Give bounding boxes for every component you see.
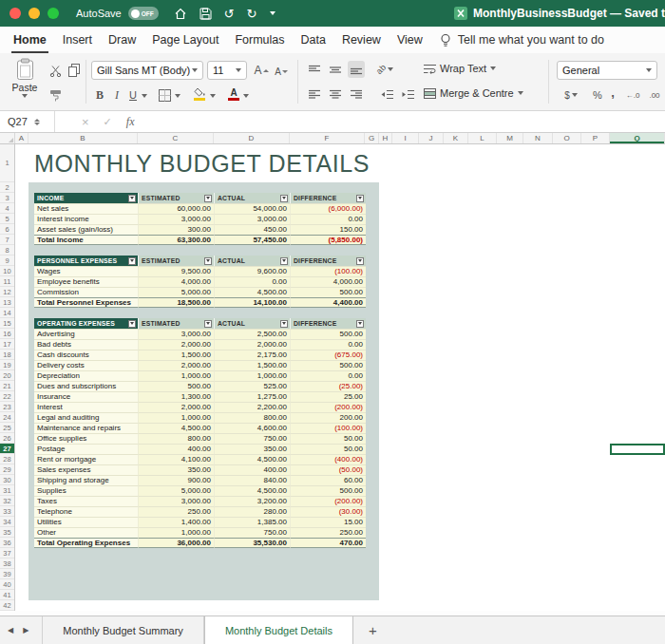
- cell-value[interactable]: 0.00: [214, 276, 290, 287]
- cell-value[interactable]: 1,400.00: [138, 517, 214, 527]
- align-top-button[interactable]: [306, 61, 323, 78]
- row-header-40[interactable]: 40: [0, 579, 14, 590]
- filter-dropdown-icon[interactable]: [280, 195, 288, 202]
- row-header-15[interactable]: 15: [0, 318, 14, 329]
- bold-button[interactable]: B: [93, 87, 106, 103]
- ribbon-tab-view[interactable]: View: [395, 27, 425, 53]
- cell-value[interactable]: 4,100.00: [138, 454, 214, 464]
- cell-value[interactable]: (200.00): [290, 402, 366, 412]
- cell-value[interactable]: 1,500.00: [138, 350, 214, 360]
- cell-label[interactable]: Maintenance and repairs: [34, 423, 138, 433]
- row-header-32[interactable]: 32: [0, 496, 14, 506]
- cell-value[interactable]: 0.00: [290, 339, 366, 350]
- cell-value[interactable]: 0.00: [290, 214, 366, 224]
- column-header-L[interactable]: L: [468, 133, 497, 143]
- cell-label[interactable]: Shipping and storage: [34, 475, 138, 485]
- cell-value[interactable]: 1,500.00: [214, 360, 290, 370]
- filter-dropdown-icon[interactable]: [128, 257, 136, 265]
- sheet-tab-monthly-budget-summary[interactable]: Monthly Budget Summary: [42, 616, 204, 644]
- cell-label[interactable]: Wages: [34, 266, 138, 276]
- column-header-G[interactable]: G: [365, 133, 379, 143]
- undo-icon[interactable]: ↺: [224, 8, 235, 20]
- cell-value[interactable]: 840.00: [214, 475, 290, 485]
- cell-value[interactable]: 2,175.00: [214, 350, 290, 360]
- row-header-16[interactable]: 16: [0, 329, 14, 339]
- ribbon-tab-home[interactable]: Home: [11, 27, 48, 53]
- cell-value[interactable]: 200.00: [290, 412, 366, 423]
- name-box-stepper[interactable]: [34, 119, 40, 125]
- row-header-2[interactable]: 2: [0, 182, 14, 193]
- row-header-22[interactable]: 22: [0, 391, 14, 402]
- filter-dropdown-icon[interactable]: [128, 320, 136, 328]
- cell-value[interactable]: 800.00: [138, 433, 214, 444]
- cell-value[interactable]: 500.00: [138, 381, 214, 391]
- cell-value[interactable]: 50.00: [290, 444, 366, 454]
- row-header-5[interactable]: 5: [0, 214, 14, 224]
- cell-value[interactable]: 250.00: [138, 506, 214, 517]
- cell-value[interactable]: 900.00: [138, 475, 214, 485]
- zoom-window-button[interactable]: [48, 8, 59, 19]
- column-header-A[interactable]: A: [15, 133, 28, 143]
- cell-value[interactable]: (5,850.00): [290, 235, 366, 245]
- increase-decimal-button[interactable]: .00: [646, 87, 663, 103]
- cell-value[interactable]: 1,000.00: [138, 370, 214, 381]
- borders-chevron-icon[interactable]: [175, 94, 180, 98]
- column-header-J[interactable]: J: [419, 133, 444, 143]
- cell-value[interactable]: 9,600.00: [214, 266, 290, 276]
- cell-value[interactable]: 1,300.00: [138, 391, 214, 402]
- decrease-indent-button[interactable]: [378, 85, 395, 103]
- cell-value[interactable]: 1,275.00: [214, 391, 290, 402]
- cell-value[interactable]: 400.00: [214, 464, 290, 475]
- cell-label[interactable]: Cash discounts: [34, 350, 138, 360]
- column-header-O[interactable]: O: [553, 133, 581, 143]
- tell-me[interactable]: Tell me what you want to do: [440, 33, 604, 47]
- row-header-1[interactable]: 1: [0, 144, 14, 182]
- row-header-24[interactable]: 24: [0, 412, 14, 423]
- cell-value[interactable]: (100.00): [290, 266, 366, 276]
- cell-value[interactable]: 400.00: [138, 444, 214, 454]
- wrap-text-button[interactable]: Wrap Text: [424, 63, 496, 74]
- ribbon-tab-draw[interactable]: Draw: [106, 27, 138, 53]
- filter-dropdown-icon[interactable]: [280, 257, 288, 265]
- decrease-font-button[interactable]: A: [273, 63, 290, 80]
- cell-value[interactable]: 4,000.00: [138, 276, 214, 287]
- comma-style-button[interactable]: ,: [608, 85, 618, 100]
- cell-value[interactable]: (30.00): [290, 506, 366, 517]
- cell-value[interactable]: 57,450.00: [214, 235, 290, 245]
- cell-value[interactable]: 35,530.00: [214, 538, 290, 548]
- filter-dropdown-icon[interactable]: [356, 257, 364, 265]
- cell-value[interactable]: 1,000.00: [138, 412, 214, 423]
- row-header-31[interactable]: 31: [0, 485, 14, 496]
- cell-value[interactable]: 1,000.00: [138, 527, 214, 538]
- cell-value[interactable]: 150.00: [290, 224, 366, 235]
- cell-label[interactable]: Total Operating Expenses: [34, 538, 138, 548]
- close-window-button[interactable]: [10, 8, 21, 19]
- underline-chevron-icon[interactable]: [142, 94, 147, 98]
- cell-value[interactable]: 15.00: [290, 517, 366, 527]
- cell-label[interactable]: Employee benefits: [34, 276, 138, 287]
- cell-value[interactable]: 500.00: [290, 485, 366, 496]
- ribbon-tab-review[interactable]: Review: [340, 27, 383, 53]
- cell-value[interactable]: 4,400.00: [290, 297, 366, 308]
- column-header-P[interactable]: P: [581, 133, 610, 143]
- filter-dropdown-icon[interactable]: [204, 257, 212, 265]
- merge-centre-button[interactable]: Merge & Centre: [424, 87, 523, 99]
- cell-value[interactable]: (675.00): [290, 350, 366, 360]
- increase-indent-button[interactable]: [399, 85, 416, 103]
- row-header-12[interactable]: 12: [0, 287, 14, 297]
- column-header-Q[interactable]: Q: [610, 133, 665, 143]
- cell-label[interactable]: Dues and subscriptions: [34, 381, 138, 391]
- minimize-window-button[interactable]: [28, 8, 40, 19]
- font-color-button[interactable]: A: [226, 86, 241, 102]
- row-header-18[interactable]: 18: [0, 350, 14, 360]
- column-header-N[interactable]: N: [523, 133, 553, 143]
- align-bottom-button[interactable]: [348, 61, 365, 78]
- cell-value[interactable]: 5,000.00: [138, 485, 214, 496]
- font-size-select[interactable]: 11: [207, 61, 247, 80]
- cell-value[interactable]: 2,000.00: [138, 360, 214, 370]
- cell-value[interactable]: 500.00: [290, 287, 366, 297]
- underline-button[interactable]: U: [126, 87, 140, 103]
- cell-value[interactable]: 500.00: [290, 360, 366, 370]
- cell-label[interactable]: Net sales: [34, 203, 138, 214]
- filter-dropdown-icon[interactable]: [204, 195, 212, 202]
